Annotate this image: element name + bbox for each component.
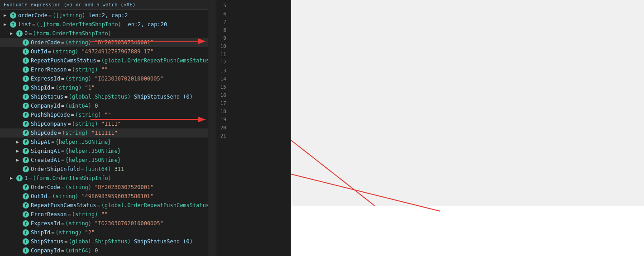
panel-header: Evaluate expression (=) or add a watch (… (0, 0, 208, 10)
code-editor-panel: 56789101112131415161718192021 (216, 0, 291, 256)
chart-visualization (291, 0, 644, 192)
item-value: "111111" (88, 129, 118, 137)
grid-icon-column (208, 0, 216, 256)
watch-item[interactable]: ▶ f 0 = (form.OrderItemShipInfo) (0, 29, 208, 38)
item-name: ShipStatus (31, 237, 63, 246)
item-value: "2" (81, 228, 95, 237)
item-value: 0 (91, 102, 98, 110)
item-value: "1111" (98, 120, 121, 128)
watch-item[interactable]: f ErrorReason = (string) "" (0, 65, 208, 74)
item-icon: f (23, 130, 29, 136)
watch-item[interactable]: f ExpressId = (string) "IO23030702010000… (0, 219, 208, 228)
item-type: (string) (72, 66, 98, 74)
watch-item[interactable]: f ExpressId = (string) "IO23030702010000… (0, 74, 208, 83)
watch-item[interactable]: f ShipStatus = (global.ShipStatus) ShipS… (0, 237, 208, 246)
item-name: RepeatPushCwmsStatus (31, 201, 96, 209)
item-type: (form.OrderItemShipInfo) (33, 29, 111, 38)
item-name: OrderCode (31, 38, 60, 47)
line-number: 6 (216, 10, 229, 18)
item-value: "" (101, 111, 111, 119)
watch-content[interactable]: ▶ f orderCode = ([]string) len:2, cap:2 … (0, 10, 208, 255)
line-number: 14 (216, 75, 229, 83)
watch-item[interactable]: ▶ f CreatedAt = {helper.JSONTime} (0, 156, 208, 165)
watch-item[interactable]: f CompanyId = (uint64) 0 (0, 101, 208, 110)
watch-item[interactable]: f PushShipCode = (string) "" (0, 110, 208, 119)
watch-item[interactable]: f ShipId = (string) "1" (0, 83, 208, 92)
item-icon: f (23, 202, 29, 209)
watch-item[interactable]: f OutId = (string) "49869839596037586101… (0, 192, 208, 201)
item-name: 1 (24, 174, 28, 182)
watch-item[interactable]: f RepeatPushCwmsStatus = (global.OrderRe… (0, 56, 208, 65)
watch-item[interactable]: f OrderCode = (string) "DY20230307520001… (0, 183, 208, 192)
watch-item[interactable]: f ErrorReason = (string) "" (0, 210, 208, 219)
expand-icon: ▶ (10, 29, 16, 38)
item-icon: f (23, 76, 29, 82)
item-name: PushShipCode (31, 111, 70, 119)
item-icon: f (16, 175, 23, 181)
expand-icon: ▶ (4, 20, 10, 28)
item-type: (uint64) (85, 165, 111, 173)
item-icon: f (23, 57, 29, 64)
item-value: ShipStatusSend (0) (131, 237, 193, 246)
item-icon: f (23, 103, 29, 109)
line-number: 9 (216, 34, 229, 43)
item-value: len:2, cap:20 (121, 20, 167, 28)
line-number: 7 (216, 18, 229, 26)
bottom-tabs-bar (291, 192, 644, 206)
item-value: "49869839596037586101" (78, 192, 153, 200)
watch-item[interactable]: f ShipCode = (string) "111111" (0, 128, 208, 137)
watch-item[interactable]: ▶ f list = ([]form.OrderItemShipInfo) le… (0, 20, 208, 29)
item-type: (string) (62, 129, 88, 137)
item-icon: f (10, 12, 16, 19)
item-value: 311 (111, 165, 124, 173)
right-panel (291, 0, 644, 256)
watch-item[interactable]: f RepeatPushCwmsStatus = (global.OrderRe… (0, 201, 208, 210)
line-number: 8 (216, 26, 229, 34)
item-icon: f (23, 238, 29, 245)
item-name: ExpressId (31, 75, 60, 83)
item-name: ExpressId (31, 219, 60, 228)
item-type: (uint64) (65, 247, 91, 255)
item-name: 0 (24, 29, 28, 38)
item-type: ([]string) (52, 11, 85, 19)
item-icon: f (23, 166, 29, 172)
item-type: (string) (72, 210, 98, 218)
line-number: 13 (216, 67, 229, 75)
watch-item[interactable]: ▶ f 1 = (form.OrderItemShipInfo) (0, 174, 208, 183)
watch-item[interactable]: f CompanyId = (uint64) 0 (0, 246, 208, 255)
item-type: (string) (52, 47, 78, 56)
line-number: 12 (216, 59, 229, 67)
data-table-wrapper[interactable] (291, 206, 644, 256)
watch-item[interactable]: f ShipCompany = (string) "1111" (0, 119, 208, 128)
line-number: 19 (216, 116, 229, 124)
item-name: ErrorReason (31, 210, 67, 218)
item-icon: f (23, 247, 29, 254)
watch-item[interactable]: f OrderCode = (string) "DY20230307340001… (0, 38, 208, 47)
item-icon: f (23, 66, 29, 73)
item-name: OutId (31, 192, 47, 200)
line-number: 16 (216, 91, 229, 100)
item-type: ([]form.OrderItemShipInfo) (36, 20, 121, 28)
watch-item[interactable]: ▶ f ShipAt = {helper.JSONTime} (0, 137, 208, 147)
item-name: OutId (31, 47, 47, 56)
item-icon: f (23, 157, 29, 163)
watch-item[interactable]: ▶ f SigningAt = {helper.JSONTime} (0, 147, 208, 156)
item-value: ShipStatusSend (0) (131, 93, 193, 101)
watch-item[interactable]: f ShipStatus = (global.ShipStatus) ShipS… (0, 92, 208, 101)
watch-item[interactable]: f ShipId = (string) "2" (0, 228, 208, 237)
item-icon: f (23, 193, 29, 199)
item-name: CompanyId (31, 102, 60, 110)
watch-item[interactable]: f OrderShipInfold = (uint64) 311 (0, 165, 208, 174)
item-type: (string) (65, 219, 91, 228)
line-number: 11 (216, 51, 229, 59)
item-value: "49724912787967889 17" (78, 47, 153, 56)
item-icon: f (23, 220, 29, 227)
watch-item[interactable]: f OutId = (string) "49724912787967889 17… (0, 47, 208, 56)
item-type: (global.ShipStatus) (68, 93, 130, 101)
item-icon: f (16, 30, 23, 37)
item-name: ErrorReason (31, 66, 67, 74)
item-name: ShipId (31, 84, 50, 92)
line-number: 20 (216, 124, 229, 132)
watch-item[interactable]: ▶ f orderCode = ([]string) len:2, cap:2 (0, 11, 208, 20)
item-type: (string) (72, 120, 98, 128)
